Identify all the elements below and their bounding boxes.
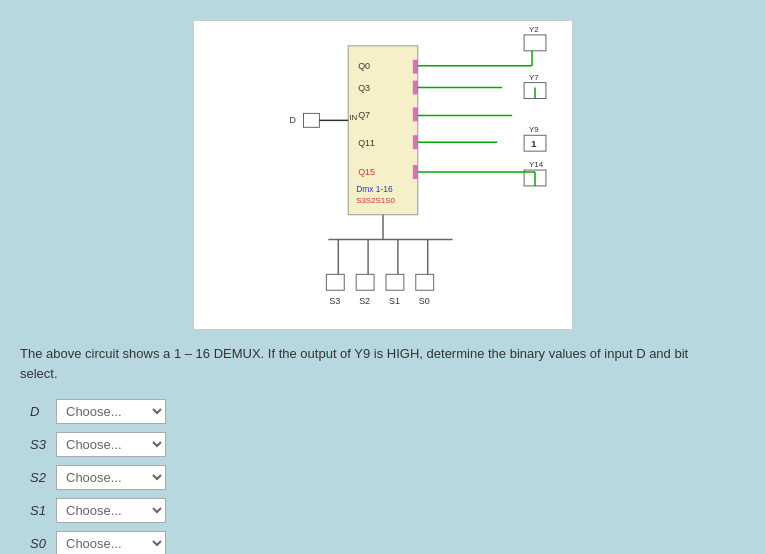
answer-form: D Choose... S3 Choose... S2 Choose... S1… [30, 399, 745, 554]
svg-text:Q11: Q11 [358, 138, 375, 148]
select-s2[interactable]: Choose... [56, 465, 166, 490]
svg-text:Q7: Q7 [358, 110, 370, 120]
svg-text:S3S2S1S0: S3S2S1S0 [356, 196, 395, 205]
form-row-s3: S3 Choose... [30, 432, 745, 457]
form-row-s1: S1 Choose... [30, 498, 745, 523]
svg-rect-11 [303, 113, 319, 127]
svg-rect-47 [412, 107, 417, 121]
svg-text:Y2: Y2 [529, 25, 539, 34]
label-s1: S1 [30, 503, 48, 518]
svg-text:Y7: Y7 [529, 73, 539, 82]
svg-text:Q3: Q3 [358, 83, 370, 93]
svg-text:D: D [289, 115, 296, 125]
svg-rect-45 [412, 60, 417, 74]
svg-text:Dmx 1-16: Dmx 1-16 [356, 184, 393, 194]
svg-rect-41 [385, 274, 403, 290]
label-d: D [30, 404, 48, 419]
svg-text:Q15: Q15 [358, 167, 375, 177]
svg-text:Y14: Y14 [529, 160, 544, 169]
select-s3[interactable]: Choose... [56, 432, 166, 457]
label-s3: S3 [30, 437, 48, 452]
svg-text:1: 1 [531, 138, 537, 149]
select-s0[interactable]: Choose... [56, 531, 166, 554]
svg-text:Y9: Y9 [529, 125, 539, 134]
svg-text:S3: S3 [329, 296, 340, 306]
label-s0: S0 [30, 536, 48, 551]
svg-text:S2: S2 [359, 296, 370, 306]
svg-rect-18 [524, 35, 546, 51]
svg-rect-48 [412, 135, 417, 149]
svg-rect-37 [326, 274, 344, 290]
select-d[interactable]: Choose... [56, 399, 166, 424]
form-row-s0: S0 Choose... [30, 531, 745, 554]
form-row-d: D Choose... [30, 399, 745, 424]
form-row-s2: S2 Choose... [30, 465, 745, 490]
svg-rect-43 [415, 274, 433, 290]
label-s2: S2 [30, 470, 48, 485]
description-text: The above circuit shows a 1 – 16 DEMUX. … [20, 344, 700, 383]
svg-rect-39 [356, 274, 374, 290]
svg-rect-46 [412, 81, 417, 95]
circuit-diagram: Q0 Q3 Q7 Q11 Q15 Dmx 1-16 S3S2S1S0 IN D … [193, 20, 573, 330]
select-s1[interactable]: Choose... [56, 498, 166, 523]
svg-text:Q0: Q0 [358, 61, 370, 71]
svg-rect-49 [412, 165, 417, 179]
svg-text:S1: S1 [388, 296, 399, 306]
svg-text:S0: S0 [418, 296, 429, 306]
svg-text:IN: IN [349, 113, 357, 122]
